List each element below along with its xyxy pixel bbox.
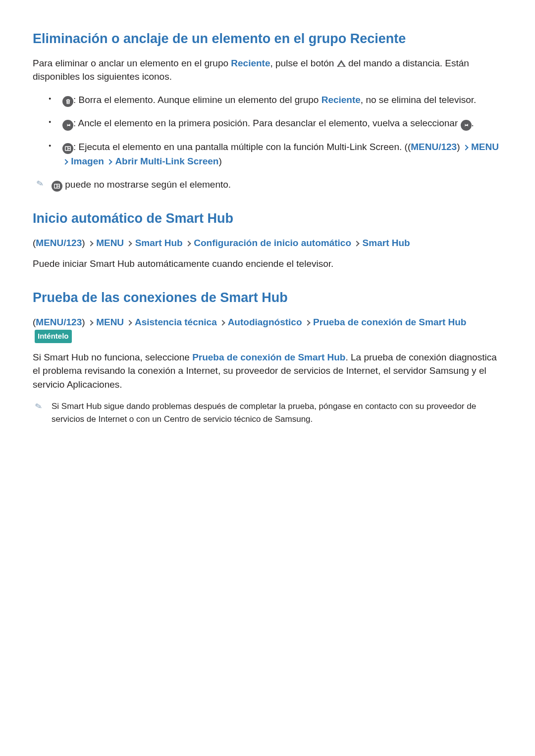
keyword: Prueba de conexión de Smart Hub bbox=[192, 352, 345, 362]
chevron-right-icon bbox=[354, 241, 360, 246]
chevron-right-icon bbox=[127, 320, 132, 325]
text: ) bbox=[82, 317, 85, 327]
list-item: : Ancle el elemento en la primera posici… bbox=[49, 116, 502, 131]
chevron-right-icon bbox=[62, 159, 68, 165]
try-now-button[interactable]: Inténtelo bbox=[35, 330, 72, 343]
chevron-right-icon bbox=[305, 320, 310, 325]
breadcrumb-segment: Smart Hub bbox=[363, 238, 410, 248]
section-auto-start: Inicio automático de Smart Hub (MENU/123… bbox=[33, 210, 502, 271]
body-paragraph: Puede iniciar Smart Hub automáticamente … bbox=[33, 257, 502, 271]
breadcrumb-segment: Imagen bbox=[71, 156, 104, 166]
breadcrumb-segment: MENU/123 bbox=[36, 317, 82, 327]
chevron-right-icon bbox=[88, 320, 93, 325]
text: ) bbox=[218, 156, 221, 166]
keyword-recent: Reciente bbox=[321, 95, 361, 105]
breadcrumb-segment: Autodiagnóstico bbox=[228, 317, 302, 327]
icon-list: : Borra el elemento. Aunque elimine un e… bbox=[33, 93, 502, 169]
pencil-icon: ✎ bbox=[34, 401, 46, 426]
text: , pulse el botón bbox=[270, 58, 337, 68]
text: Si Smart Hub no funciona, seleccione bbox=[33, 352, 192, 362]
breadcrumb-segment: Configuración de inicio automático bbox=[194, 238, 351, 248]
section-title: Prueba de las conexiones de Smart Hub bbox=[33, 290, 502, 306]
pin-icon bbox=[461, 120, 472, 131]
body-paragraph: Si Smart Hub no funciona, seleccione Pru… bbox=[33, 351, 502, 392]
breadcrumb-segment: Prueba de conexión de Smart Hub bbox=[313, 317, 466, 327]
pin-icon bbox=[62, 120, 73, 131]
breadcrumb-segment: MENU bbox=[471, 142, 499, 152]
multiscreen-icon bbox=[52, 181, 62, 192]
breadcrumb: (MENU/123) MENU Asistencia técnica Autod… bbox=[33, 315, 502, 344]
multiscreen-icon bbox=[62, 143, 73, 154]
breadcrumb-segment: MENU bbox=[96, 238, 124, 248]
chevron-right-icon bbox=[219, 320, 225, 325]
breadcrumb: (MENU/123) MENU Smart Hub Configuración … bbox=[33, 236, 502, 251]
text: . bbox=[472, 118, 474, 128]
note: ✎ Si Smart Hub sigue dando problemas des… bbox=[33, 400, 502, 425]
trash-icon bbox=[62, 96, 73, 107]
chevron-right-icon bbox=[107, 159, 112, 165]
note: ✎ puede no mostrarse según el elemento. bbox=[33, 178, 502, 192]
section-recent-group: Eliminación o anclaje de un elemento en … bbox=[33, 31, 502, 192]
text: , no se elimina del televisor. bbox=[361, 95, 476, 105]
breadcrumb-segment: MENU/123 bbox=[411, 142, 457, 152]
breadcrumb-segment: Smart Hub bbox=[135, 238, 183, 248]
note-text: puede no mostrarse según el elemento. bbox=[52, 178, 231, 192]
section-title: Eliminación o anclaje de un elemento en … bbox=[33, 31, 502, 48]
list-item: : Borra el elemento. Aunque elimine un e… bbox=[49, 93, 502, 107]
keyword-recent: Reciente bbox=[231, 58, 270, 68]
breadcrumb-segment: MENU bbox=[96, 317, 124, 327]
breadcrumb-segment: MENU/123 bbox=[36, 238, 82, 248]
text: ) bbox=[457, 142, 460, 152]
text: : Ejecuta el elemento en una pantalla mú… bbox=[73, 142, 408, 152]
chevron-right-icon bbox=[88, 241, 93, 246]
note-text: Si Smart Hub sigue dando problemas despu… bbox=[52, 400, 502, 425]
document-page: Eliminación o anclaje de un elemento en … bbox=[0, 0, 535, 756]
chevron-right-icon bbox=[463, 145, 468, 150]
breadcrumb-segment: Asistencia técnica bbox=[135, 317, 217, 327]
pencil-icon: ✎ bbox=[35, 178, 45, 192]
text: : Ancle el elemento en la primera posici… bbox=[73, 118, 461, 128]
up-arrow-icon bbox=[337, 60, 346, 67]
intro-paragraph: Para eliminar o anclar un elemento en el… bbox=[33, 56, 502, 84]
section-title: Inicio automático de Smart Hub bbox=[33, 210, 502, 227]
chevron-right-icon bbox=[127, 241, 132, 246]
text: Para eliminar o anclar un elemento en el… bbox=[33, 58, 231, 68]
chevron-right-icon bbox=[185, 241, 191, 246]
breadcrumb-segment: Abrir Multi-Link Screen bbox=[115, 156, 218, 166]
text: : Borra el elemento. Aunque elimine un e… bbox=[73, 95, 321, 105]
list-item: : Ejecuta el elemento en una pantalla mú… bbox=[49, 140, 502, 169]
text: puede no mostrarse según el elemento. bbox=[62, 179, 231, 190]
text: ) bbox=[82, 238, 85, 248]
section-connection-test: Prueba de las conexiones de Smart Hub (M… bbox=[33, 290, 502, 425]
